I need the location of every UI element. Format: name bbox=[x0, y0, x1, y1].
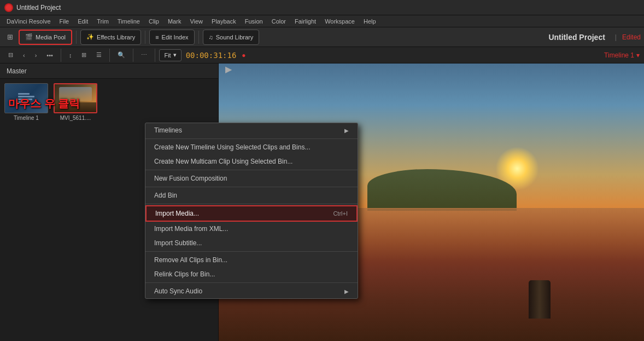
playhead-marker: ▶ bbox=[223, 63, 234, 74]
menu-fairlight[interactable]: Fairlight bbox=[290, 17, 320, 26]
effects-library-button[interactable]: ✨ Effects Library bbox=[80, 30, 141, 45]
main-area: Master 마우스 우 클릭 Timeline 1 bbox=[0, 63, 644, 341]
ctx-auto-sync[interactable]: Auto Sync Audio ▶ bbox=[145, 284, 358, 298]
ctx-sep-5 bbox=[145, 251, 358, 252]
media-item-timeline-label: Timeline 1 bbox=[14, 115, 39, 121]
ctx-import-subtitle[interactable]: Import Subtitle... bbox=[145, 236, 358, 250]
context-menu: Timelines ▶ Create New Timeline Using Se… bbox=[145, 123, 358, 299]
media-pool-icon: 🎬 bbox=[25, 33, 33, 41]
ctx-multicam[interactable]: Create New Multicam Clip Using Selected … bbox=[145, 154, 358, 169]
ctx-relink-clips[interactable]: Relink Clips for Bin... bbox=[145, 267, 358, 281]
ctx-import-xml[interactable]: Import Media from XML... bbox=[145, 222, 358, 236]
menu-workspace[interactable]: Workspace bbox=[320, 17, 359, 26]
timecode-marker: ● bbox=[242, 51, 245, 59]
menu-color[interactable]: Color bbox=[267, 17, 290, 26]
separator-3 bbox=[198, 31, 199, 44]
sound-icon: ♫ bbox=[209, 34, 213, 41]
media-item-video-label: MVI_5611.... bbox=[60, 115, 91, 121]
panel-toggle-btn[interactable]: ⊟ bbox=[4, 49, 17, 61]
ctx-remove-clips[interactable]: Remove All Clips in Bin... bbox=[145, 253, 358, 267]
menu-bar: DaVinci Resolve File Edit Trim Timeline … bbox=[0, 15, 644, 27]
separator-2 bbox=[145, 31, 145, 44]
menu-playback[interactable]: Playback bbox=[207, 17, 241, 26]
nav-left-btn[interactable]: ‹ bbox=[19, 49, 29, 61]
sep2 bbox=[109, 49, 110, 62]
timeline-thumbnail bbox=[4, 83, 48, 113]
media-item-timeline[interactable]: Timeline 1 bbox=[4, 83, 48, 121]
search-btn[interactable]: 🔍 bbox=[114, 49, 129, 61]
effects-icon: ✨ bbox=[86, 33, 94, 41]
ctx-sep-2 bbox=[145, 170, 358, 170]
menu-edit[interactable]: Edit bbox=[73, 17, 92, 26]
davinci-icon bbox=[4, 3, 13, 12]
menu-timeline[interactable]: Timeline bbox=[113, 17, 144, 26]
land-element bbox=[367, 169, 516, 211]
sort-btn[interactable]: ↕ bbox=[65, 49, 76, 61]
ctx-create-timeline[interactable]: Create New Timeline Using Selected Clips… bbox=[145, 140, 358, 154]
menu-fusion[interactable]: Fusion bbox=[241, 17, 267, 26]
media-pool-button[interactable]: 🎬 Media Pool bbox=[19, 30, 72, 45]
edit-index-icon: ≡ bbox=[155, 34, 159, 41]
timecode-display: 00:00:31:16 bbox=[184, 51, 239, 60]
edit-index-button[interactable]: ≡ Edit Index bbox=[149, 30, 194, 45]
timeline-label-area: Timeline 1 ▾ bbox=[604, 51, 640, 59]
extra-btn[interactable]: ⋯ bbox=[137, 49, 151, 61]
ctx-timelines[interactable]: Timelines ▶ bbox=[145, 123, 358, 137]
menu-help[interactable]: Help bbox=[359, 17, 380, 26]
project-title: Untitled Project bbox=[548, 33, 605, 42]
ctx-sep-6 bbox=[145, 282, 358, 283]
grid-view-btn[interactable]: ⊞ bbox=[78, 49, 90, 61]
ctx-sep-3 bbox=[145, 187, 358, 187]
sep4 bbox=[155, 49, 155, 62]
sound-library-button[interactable]: ♫ Sound Library bbox=[203, 30, 260, 45]
ctx-sep-4 bbox=[145, 204, 358, 204]
master-header: Master bbox=[0, 63, 218, 79]
sep bbox=[61, 49, 61, 62]
ctx-add-bin[interactable]: Add Bin bbox=[145, 188, 358, 203]
master-label: Master bbox=[7, 67, 27, 75]
secondary-toolbar: ⊟ ‹ › ••• ↕ ⊞ ☰ 🔍 ⋯ Fit ▾ 00:00:31:16 ● … bbox=[0, 47, 644, 63]
menu-trim[interactable]: Trim bbox=[92, 17, 113, 26]
timeline-name: Timeline 1 bbox=[604, 51, 634, 59]
menu-davinci[interactable]: DaVinci Resolve bbox=[2, 17, 55, 26]
toolbar: ⊞ 🎬 Media Pool ✨ Effects Library ≡ Edit … bbox=[0, 27, 644, 47]
menu-view[interactable]: View bbox=[185, 17, 207, 26]
media-item-video[interactable]: MVI_5611.... bbox=[54, 83, 97, 121]
title-bar: Untitled Project bbox=[0, 0, 644, 15]
video-thumbnail bbox=[54, 83, 97, 113]
menu-clip[interactable]: Clip bbox=[144, 17, 163, 26]
ctx-import-media[interactable]: Import Media... Ctrl+I bbox=[145, 205, 358, 222]
sep3 bbox=[133, 49, 133, 62]
fit-dropdown[interactable]: Fit ▾ bbox=[159, 49, 181, 61]
app-title: Untitled Project bbox=[16, 4, 61, 11]
nav-right-btn[interactable]: › bbox=[31, 49, 41, 61]
menu-mark[interactable]: Mark bbox=[163, 17, 185, 26]
ctx-sep-1 bbox=[145, 138, 358, 139]
ctx-fusion[interactable]: New Fusion Composition bbox=[145, 171, 358, 186]
timeline-chevron-icon: ▾ bbox=[636, 51, 640, 59]
more-options-btn[interactable]: ••• bbox=[43, 49, 57, 61]
menu-file[interactable]: File bbox=[55, 17, 74, 26]
panels-toggle-icon[interactable]: ⊞ bbox=[3, 31, 16, 44]
bollard-element bbox=[529, 280, 551, 319]
project-edited-status: Edited bbox=[622, 33, 641, 41]
dropdown-chevron-icon: ▾ bbox=[173, 51, 177, 59]
list-view-btn[interactable]: ☰ bbox=[92, 49, 106, 61]
separator-1 bbox=[76, 31, 77, 44]
auto-sync-arrow-icon: ▶ bbox=[344, 288, 349, 294]
submenu-arrow-icon: ▶ bbox=[344, 128, 349, 134]
